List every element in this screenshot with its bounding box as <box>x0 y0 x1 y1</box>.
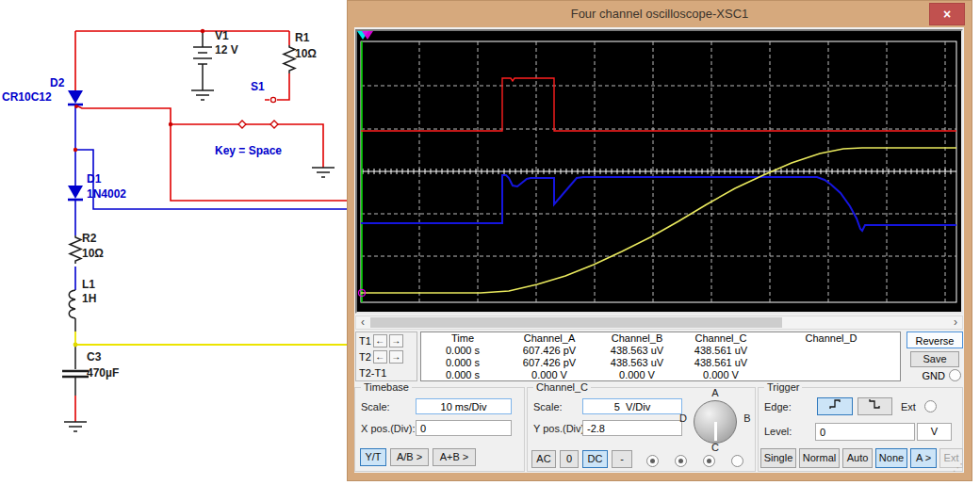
save-button[interactable]: Save <box>910 351 959 367</box>
timebase-xpos-input[interactable] <box>416 420 512 436</box>
dt-time: 0.000 s <box>421 369 504 381</box>
channel-c-indicator-radio[interactable] <box>703 455 715 467</box>
trigger-single-button[interactable]: Single <box>760 448 796 468</box>
trigger-edge-label: Edge: <box>764 401 792 412</box>
timebase-scale-label: Scale: <box>361 401 390 412</box>
channel-b-indicator-radio[interactable] <box>675 455 687 467</box>
channel-selector-knob[interactable] <box>694 400 737 444</box>
label-r2-ref: R2 <box>82 232 97 245</box>
readout-table: Time Channel_A Channel_B Channel_C Chann… <box>420 331 901 381</box>
gnd-label: GND <box>923 370 945 381</box>
ground-c3 <box>64 422 87 431</box>
channel-ypos-label: Y pos.(Div): <box>533 423 587 434</box>
trace-channel_b <box>361 175 956 231</box>
yt-mode-button[interactable]: Y/T <box>360 448 386 466</box>
yellow-wire <box>75 331 358 345</box>
cursor-selector-panel: T1 ← → T2 ← → T2-T1 <box>355 331 417 381</box>
trigger-level-label: Level: <box>764 426 792 437</box>
knob-pointer <box>714 422 717 441</box>
t1-channel-c: 438.561 uV <box>679 345 762 357</box>
resistor-r2-symbol <box>70 235 81 264</box>
ground-v1 <box>191 90 214 100</box>
minus-coupling-button[interactable]: - <box>612 450 632 468</box>
component-s1[interactable] <box>238 97 278 128</box>
label-r1-ref: R1 <box>295 31 310 44</box>
aplusb-mode-button[interactable]: A+B > <box>433 448 476 466</box>
component-d2[interactable] <box>68 90 83 105</box>
label-l1-value: 1H <box>82 292 96 305</box>
label-r2-value: 10Ω <box>82 247 104 260</box>
close-button[interactable]: × <box>929 3 965 25</box>
scroll-left-icon[interactable]: ‹ <box>356 316 369 329</box>
window-content: ‹ › T1 ← → T2 ← → <box>354 27 964 473</box>
col-header-channel-a: Channel_A <box>504 332 595 345</box>
timebase-xpos-label: X pos.(Div): <box>361 423 415 434</box>
oscilloscope-display <box>355 29 963 314</box>
dt-channel-b: 0.000 V <box>595 369 679 381</box>
cursor-readout-panel: T1 ← → T2 ← → T2-T1 Time <box>355 331 963 382</box>
label-s1-key: Key = Space <box>215 144 282 157</box>
label-d2-value: CR10C12 <box>2 90 52 104</box>
label-d1-value: 1N4002 <box>87 187 126 201</box>
t2-channel-b: 438.563 uV <box>595 357 679 369</box>
t2-channel-a: 607.426 pV <box>504 357 595 369</box>
gnd-radio[interactable] <box>949 369 961 381</box>
trigger-normal-button[interactable]: Normal <box>799 448 840 468</box>
battery-symbol <box>193 47 212 64</box>
ext-trigger-label: Ext <box>901 401 916 412</box>
knob-label-b: B <box>741 412 754 424</box>
reverse-button[interactable]: Reverse <box>906 331 963 348</box>
titlebar[interactable]: Four channel oscilloscope-XSC1 × <box>348 1 972 26</box>
readout-buttons: Reverse Save GND <box>905 331 963 382</box>
t2-right-button[interactable]: → <box>389 350 403 364</box>
t1-right-button[interactable]: → <box>389 334 403 348</box>
trigger-auto-button[interactable]: Auto <box>842 448 873 468</box>
trigger-level-input[interactable] <box>815 423 915 441</box>
dt-channel-a: 0.000 V <box>504 369 595 381</box>
t1-left-button[interactable]: ← <box>373 334 387 348</box>
timebase-scale-input[interactable] <box>416 398 512 414</box>
t2-label: T2 <box>359 351 371 363</box>
t1-channel-b: 438.563 uV <box>595 345 679 357</box>
dc-coupling-button[interactable]: DC <box>582 450 608 468</box>
label-c3-ref: C3 <box>87 350 102 364</box>
resize-grip[interactable]: ⋰ <box>953 462 963 472</box>
window-title: Four channel oscilloscope-XSC1 <box>571 7 749 21</box>
screen: V1 12 V R1 10Ω D2 CR10C12 S1 Key = Space… <box>0 0 980 485</box>
falling-edge-button[interactable] <box>858 397 892 415</box>
channel-d-indicator-radio[interactable] <box>731 455 743 467</box>
label-d1-ref: D1 <box>87 172 102 186</box>
trigger-a-button[interactable]: A > <box>910 448 937 468</box>
trigger-group: Trigger Edge: Ext Level: <box>758 387 963 472</box>
ab-mode-button[interactable]: A/B > <box>390 448 429 466</box>
t2-left-button[interactable]: ← <box>373 350 387 364</box>
display-scrollbar[interactable]: ‹ › <box>355 315 963 330</box>
trigger-title: Trigger <box>764 381 802 393</box>
label-l1-ref: L1 <box>82 278 95 291</box>
knob-label-a: A <box>709 387 722 398</box>
channel-ypos-input[interactable] <box>582 420 682 436</box>
scroll-right-icon[interactable]: › <box>949 316 962 329</box>
t2-t1-label: T2-T1 <box>359 367 386 379</box>
rising-edge-button[interactable] <box>817 397 853 415</box>
trigger-level-unit[interactable]: V <box>917 423 952 441</box>
label-r1-value: 10Ω <box>295 47 317 60</box>
ac-coupling-button[interactable]: AC <box>531 450 556 468</box>
resistor-r1-symbol <box>284 45 295 73</box>
rising-edge-icon <box>828 398 842 411</box>
component-d1[interactable] <box>68 186 83 200</box>
channel-scale-input[interactable] <box>582 398 682 414</box>
oscilloscope-window: Four channel oscilloscope-XSC1 × ‹ › T1 … <box>347 0 972 481</box>
label-v1-value: 12 V <box>215 43 238 57</box>
t1-channel-d <box>762 345 900 357</box>
trigger-none-button[interactable]: None <box>875 448 907 468</box>
falling-edge-icon <box>868 398 882 411</box>
t1-time: 0.000 s <box>421 345 504 357</box>
col-header-time: Time <box>421 332 504 345</box>
dt-channel-d <box>762 369 900 381</box>
zero-coupling-button[interactable]: 0 <box>560 450 579 468</box>
scrollbar-thumb[interactable] <box>370 317 782 328</box>
ext-trigger-radio[interactable] <box>924 400 937 412</box>
col-header-channel-d: Channel_D <box>762 332 900 345</box>
channel-a-indicator-radio[interactable] <box>646 455 659 467</box>
